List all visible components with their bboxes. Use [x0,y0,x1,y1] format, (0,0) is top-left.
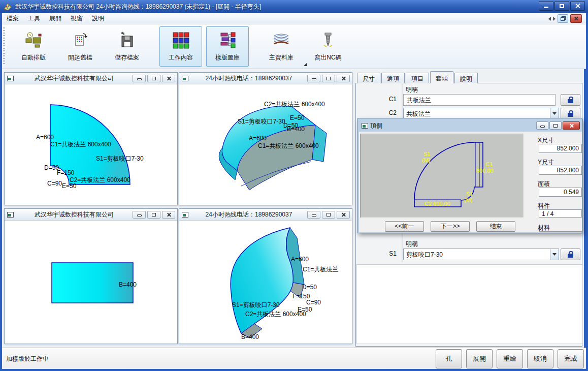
flat-rectangle-canvas[interactable]: B=400 [5,221,177,344]
work-content-label: 工作內容 [169,53,193,62]
dialog-close-button[interactable] [563,121,580,130]
maximize-button[interactable] [554,1,569,11]
menu-file[interactable]: 檔案 [2,13,23,24]
child-minimize-button[interactable] [133,75,146,82]
menu-window[interactable]: 視窗 [66,13,87,24]
material-field[interactable] [539,231,582,232]
toolbar-grip[interactable] [3,27,5,65]
dialog-minimize-button[interactable] [536,121,548,130]
flat-pattern-canvas[interactable]: A=600 C1=共板法兰 600x400 S1=剪板咬口7-30 D=50 F… [5,84,177,205]
write-nc-label: 寫出NC碼 [314,53,341,62]
child-maximize-button[interactable] [147,75,160,82]
child-title-bar[interactable]: 武汉华宇诚数控科技有限公司 [5,209,177,221]
dim-label: B=400 [119,281,137,288]
child-window-title: 24小时热线电话：18986290037 [190,74,307,83]
child-window-icon [7,76,14,81]
child-close-button[interactable] [162,211,175,219]
open-file-icon [71,30,89,50]
child-window-rectangle: 武汉华宇诚数控科技有限公司 B=400 [4,208,178,344]
main-database-button[interactable]: 主資料庫 [260,26,303,67]
menu-tools[interactable]: 工具 [23,13,45,24]
auto-nest-button[interactable]: 自動排版 [12,26,55,67]
dim-label: C=90 [306,299,321,306]
child-minimize-button[interactable] [133,211,146,219]
s1-combobox[interactable]: 剪板咬口7-30 [403,249,559,260]
menu-unfold[interactable]: 展開 [45,13,66,24]
area-field[interactable]: 0.549 [539,188,582,197]
end-button[interactable]: 结束 [476,221,515,232]
previous-button[interactable]: <<前一 [385,221,424,232]
chevron-down-icon [552,253,557,256]
open-file-button[interactable]: 開起舊檔 [59,26,102,67]
nav-left-icon[interactable] [548,17,551,21]
child-window-title: 武汉华宇诚数控科技有限公司 [16,74,133,83]
top-side-dialog: 頂側 S1 (M) C1 600.00 S1 (M) [357,118,583,233]
mdi-close-icon [574,16,578,21]
preview-3d-canvas-top[interactable]: C2=共板法兰 600x400 S1=剪板咬口7-30 E=50 D=50 B=… [179,84,352,205]
c1-lock-button[interactable] [561,94,580,106]
preview-3d-canvas-bottom[interactable]: A=600 C1=共板法兰 D=50 F=150 C=90 S1=剪板咬口7-3… [179,221,352,344]
template-library-button[interactable]: 樣版圖庫 [206,26,249,67]
minimize-icon [540,126,545,128]
status-text: 加樣版於工作中 [6,355,49,363]
tab-connectors[interactable]: 套頭 [430,71,453,83]
cancel-button[interactable]: 取消 [527,349,553,368]
child-window-icon [182,76,188,81]
work-content-button[interactable]: 工作內容 [159,26,202,67]
lock-icon [568,254,573,258]
dialog-icon [362,123,368,129]
nav-right-icon[interactable] [553,17,556,21]
maximize-icon [152,77,156,80]
child-close-button[interactable] [162,75,175,82]
mdi-restore-button[interactable] [558,14,568,23]
child-minimize-button[interactable] [307,75,320,82]
save-file-label: 儲存檔案 [115,53,139,62]
dialog-maximize-button[interactable] [549,121,562,130]
toolbar-overflow-icon[interactable] [304,63,307,66]
tab-options[interactable]: 選項 [381,73,405,83]
child-window-icon [182,212,188,218]
maximize-icon [152,213,156,217]
child-window-title: 24小时热线电话：18986290037 [190,210,307,219]
panel-empty-area [356,264,583,344]
dim-label: B=400 [241,333,259,341]
dim-label: B=400 [287,126,305,133]
child-maximize-button[interactable] [322,211,335,219]
finish-button[interactable]: 完成 [558,349,584,368]
child-maximize-button[interactable] [322,75,335,82]
child-title-bar[interactable]: 24小时热线电话：18986290037 [179,209,352,221]
child-title-bar[interactable]: 武汉华宇诚数控科技有限公司 [5,73,177,84]
dropdown-button[interactable] [550,108,559,119]
child-window-icon [7,212,14,218]
redraw-button[interactable]: 重繪 [497,349,523,368]
dim-label: C2=共板法兰 600x400 [264,101,325,108]
child-close-button[interactable] [337,75,350,82]
c2-combobox-value: 共板法兰 [404,108,550,119]
mdi-close-button[interactable] [570,14,582,23]
s1-lock-button[interactable] [561,249,580,260]
dialog-title-bar[interactable]: 頂側 [359,119,581,132]
tab-dimensions[interactable]: 尺寸 [357,73,380,83]
next-button[interactable]: 下一>> [431,221,470,232]
child-maximize-button[interactable] [147,211,160,219]
close-button[interactable] [570,1,585,11]
part-field[interactable]: 1 / 4 [539,209,582,218]
child-title-bar[interactable]: 24小时热线电话：18986290037 [179,73,352,84]
dropdown-button[interactable] [550,249,559,260]
hole-button[interactable]: 孔 [436,349,462,368]
canvas-label: (M) [464,197,473,203]
c1-value-field[interactable]: 共板法兰 [403,94,556,106]
save-file-button[interactable]: 儲存檔案 [106,26,148,67]
y-size-field[interactable]: 852.000 [539,166,582,175]
tab-notes[interactable]: 說明 [454,73,478,83]
top-side-view-canvas[interactable]: S1 (M) C1 600.00 S1 (M) C2 600.00 [360,134,524,218]
x-size-field[interactable]: 852.000 [539,144,582,153]
write-nc-button[interactable]: 寫出NC碼 [307,26,349,67]
unfold-button[interactable]: 展開 [466,349,493,368]
restore-icon [561,16,566,21]
menu-help[interactable]: 說明 [87,13,109,24]
child-close-button[interactable] [337,211,350,219]
tab-items[interactable]: 項目 [406,73,429,83]
child-minimize-button[interactable] [307,211,320,219]
minimize-button[interactable] [539,1,553,11]
